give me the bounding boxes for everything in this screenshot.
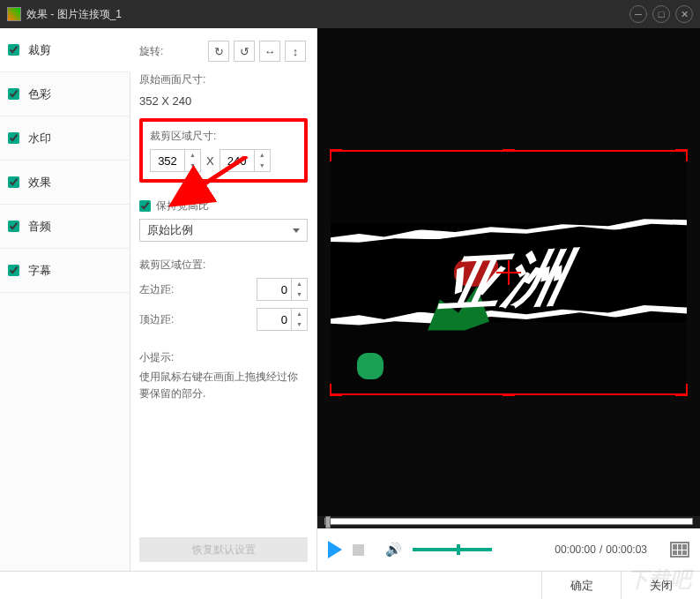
sidebar-label: 效果: [28, 175, 51, 191]
sidebar-label: 色彩: [28, 86, 51, 102]
time-current: 00:00:00: [555, 543, 596, 556]
minimize-button[interactable]: ─: [629, 5, 647, 23]
spin-up-icon[interactable]: ▲: [291, 309, 307, 319]
rotate-ccw-button[interactable]: ↺: [234, 41, 255, 62]
video-area[interactable]: 亚洲: [317, 28, 700, 516]
spin-up-icon[interactable]: ▲: [291, 279, 307, 289]
ratio-value: 原始比例: [147, 222, 193, 238]
preview-panel: 亚洲 🔊 00:00:00 / 00:00:03: [316, 28, 700, 571]
crop-height-stepper[interactable]: ▲▼: [220, 149, 271, 172]
chevron-down-icon: [293, 228, 300, 233]
orig-size-value: 352 X 240: [139, 94, 308, 108]
left-margin-stepper[interactable]: ▲▼: [257, 278, 308, 301]
spin-down-icon[interactable]: ▼: [291, 289, 307, 300]
dimension-x: X: [206, 154, 214, 168]
timeline-knob[interactable]: [325, 516, 331, 528]
sidebar-label: 音频: [28, 219, 51, 235]
close-footer-button[interactable]: 关闭: [621, 572, 700, 599]
flip-v-button[interactable]: ↕: [285, 41, 306, 62]
rotate-label: 旋转:: [139, 44, 208, 59]
time-sep: /: [599, 543, 602, 556]
sidebar-item-effect[interactable]: 效果: [0, 161, 130, 205]
sidebar-check-watermark[interactable]: [8, 132, 19, 144]
top-margin-stepper[interactable]: ▲▼: [257, 308, 308, 331]
close-button[interactable]: ✕: [675, 5, 693, 23]
settings-panel: 旋转: ↻ ↺ ↔ ↕ 原始画面尺寸: 352 X 240 裁剪区域尺寸: ▲▼…: [130, 28, 316, 571]
timeline[interactable]: [317, 516, 700, 528]
video-frame[interactable]: 亚洲: [331, 150, 687, 395]
restore-defaults-button[interactable]: 恢复默认设置: [139, 537, 308, 562]
title-bar: 效果 - 图片连接项_1 ─ □ ✕: [0, 0, 700, 28]
sidebar-item-watermark[interactable]: 水印: [0, 116, 130, 161]
sidebar-check-color[interactable]: [8, 88, 19, 100]
left-margin-input[interactable]: [257, 283, 291, 296]
volume-icon[interactable]: 🔊: [385, 542, 402, 558]
sidebar-item-subtitle[interactable]: 字幕: [0, 249, 130, 293]
snapshot-button[interactable]: [670, 542, 689, 558]
left-margin-label: 左边距:: [139, 282, 192, 297]
rotate-cw-button[interactable]: ↻: [208, 41, 229, 62]
tip-label: 小提示:: [139, 350, 308, 365]
player-controls: 🔊 00:00:00 / 00:00:03: [317, 528, 700, 571]
sidebar-check-effect[interactable]: [8, 176, 19, 188]
crop-width-stepper[interactable]: ▲▼: [150, 149, 201, 172]
sidebar-check-audio[interactable]: [8, 221, 19, 232]
keep-ratio-label: 保持宽高比: [156, 198, 209, 213]
crop-size-highlight: 裁剪区域尺寸: ▲▼ X ▲▼: [139, 118, 308, 183]
crop-width-input[interactable]: [151, 154, 184, 168]
stop-button[interactable]: [353, 544, 364, 556]
spin-down-icon[interactable]: ▼: [291, 319, 307, 330]
sidebar-item-audio[interactable]: 音频: [0, 205, 130, 249]
sidebar-label: 裁剪: [28, 42, 51, 58]
ratio-select[interactable]: 原始比例: [139, 219, 308, 242]
sidebar: 裁剪 色彩 水印 效果 音频 字幕: [0, 28, 130, 571]
crop-height-input[interactable]: [220, 154, 254, 168]
spin-down-icon[interactable]: ▼: [184, 161, 200, 171]
footer: 确定 关闭: [0, 571, 700, 599]
flip-h-button[interactable]: ↔: [259, 41, 280, 62]
sidebar-check-crop[interactable]: [8, 44, 19, 56]
spin-up-icon[interactable]: ▲: [184, 150, 200, 161]
play-button[interactable]: [328, 541, 342, 558]
tip-text: 使用鼠标右键在画面上拖拽经过你要保留的部分.: [139, 369, 308, 402]
crop-size-label: 裁剪区域尺寸:: [150, 129, 297, 144]
sidebar-item-crop[interactable]: 裁剪: [0, 28, 130, 72]
sidebar-item-color[interactable]: 色彩: [0, 72, 130, 116]
spin-up-icon[interactable]: ▲: [254, 150, 270, 161]
window-title: 效果 - 图片连接项_1: [26, 7, 624, 22]
top-margin-input[interactable]: [257, 313, 291, 326]
spin-down-icon[interactable]: ▼: [254, 161, 270, 171]
ok-button[interactable]: 确定: [541, 572, 621, 599]
volume-knob[interactable]: [457, 544, 460, 555]
keep-ratio-checkbox[interactable]: [139, 200, 151, 212]
app-icon: [7, 7, 21, 21]
sidebar-label: 水印: [28, 131, 51, 146]
orig-size-label: 原始画面尺寸:: [139, 72, 308, 87]
sidebar-label: 字幕: [28, 263, 51, 279]
sidebar-check-subtitle[interactable]: [8, 265, 19, 276]
time-total: 00:00:03: [606, 543, 647, 556]
top-margin-label: 顶边距:: [139, 312, 192, 327]
volume-slider[interactable]: [413, 548, 492, 551]
crop-pos-label: 裁剪区域位置:: [139, 258, 308, 273]
maximize-button[interactable]: □: [652, 5, 670, 23]
